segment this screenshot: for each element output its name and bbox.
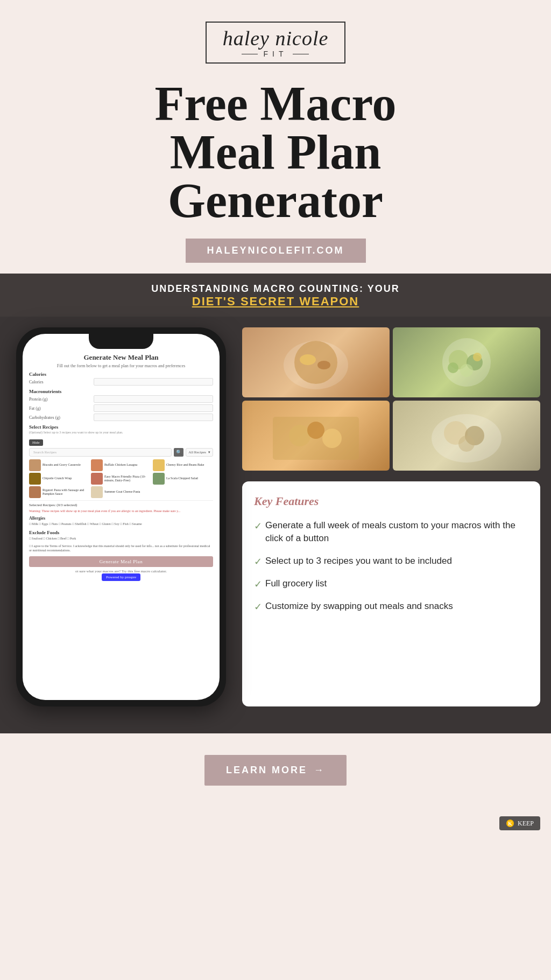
keep-badge: K KEEP	[499, 816, 540, 830]
recipes-optional-text: (Optional) Select up to 3 recipes you wa…	[29, 431, 213, 434]
list-item[interactable]: La Scala Chopped Salad	[153, 473, 213, 485]
recipes-section-label: Select Recipes	[29, 424, 213, 430]
recipe-thumb	[29, 486, 41, 498]
key-features-title: Key Features	[254, 494, 528, 508]
logo-fit: FIT	[223, 50, 329, 58]
hide-button[interactable]: Hide	[29, 439, 43, 446]
carbs-input[interactable]	[94, 414, 213, 421]
search-row: Search Recipes 🔍 All Recipes ▾	[29, 448, 213, 457]
phone-page-title: Generate New Meal Plan	[29, 349, 213, 363]
list-item[interactable]: Rigatori Pasta with Sausage and Pumpkin …	[29, 486, 89, 498]
phone-subtitle: Fill out the form below to get a meal pl…	[29, 363, 213, 368]
carbs-row: Carbohydrates (g)	[29, 414, 213, 421]
recipe-thumb	[91, 473, 103, 485]
list-item[interactable]: Buffalo Chicken Lasagna	[91, 459, 151, 471]
warning-text: Warning: These recipes will show up in y…	[29, 509, 213, 514]
fat-row: Fat (g)	[29, 404, 213, 412]
svg-point-8	[460, 364, 473, 377]
check-icon-4: ✓	[254, 601, 262, 613]
fat-label: Fat (g)	[29, 406, 94, 411]
svg-point-2	[300, 354, 316, 365]
recipe-name: Buffalo Chicken Lasagna	[104, 463, 137, 467]
recipe-name: Summer Goat Cheese Pasta	[104, 490, 140, 494]
svg-point-3	[317, 361, 330, 369]
phone-mockup: Generate New Meal Plan Fill out the form…	[16, 327, 226, 706]
main-title: Free Macro Meal Plan Generator	[11, 80, 540, 225]
feature-item-2: ✓ Select up to 3 recipes you want to be …	[254, 555, 528, 568]
list-item[interactable]: Easy Macro Friendly Pizza (10-minute, Da…	[91, 473, 151, 485]
tos-text[interactable]: □ I agree to the Terms of Service. I ack…	[29, 544, 213, 553]
exclude-checkboxes[interactable]: □ Seafood □ Chicken □ Beef □ Pork	[29, 536, 213, 542]
calories-field-label: Calories	[29, 380, 94, 384]
check-icon-1: ✓	[254, 520, 262, 532]
recipe-thumb	[91, 459, 103, 471]
food-photos-grid	[242, 327, 540, 471]
calories-input[interactable]	[94, 378, 213, 386]
recipe-grid: Biscuits and Gravy Casserole Buffalo Chi…	[29, 459, 213, 498]
key-features-card: Key Features ✓ Generate a full week of m…	[242, 481, 540, 706]
feature-text-4: Customize by swapping out meals and snac…	[265, 600, 453, 613]
exclude-label: Exclude Foods	[29, 530, 213, 535]
macro-calc-link[interactable]: ot sure what your macros are? Try this f…	[29, 569, 213, 573]
list-item[interactable]: Chipotle Crunch Wrap	[29, 473, 89, 485]
svg-point-10	[473, 353, 482, 361]
search-input[interactable]: Search Recipes	[29, 448, 172, 457]
food-photo-3	[242, 401, 390, 471]
feature-text-2: Select up to 3 recipes you want to be in…	[265, 555, 452, 568]
dark-banner: UNDERSTANDING MACRO COUNTING: YOUR DIET'…	[0, 274, 551, 317]
svg-point-13	[307, 422, 324, 439]
fat-input[interactable]	[94, 404, 213, 412]
feature-item-1: ✓ Generate a full week of meals custom t…	[254, 519, 528, 545]
learn-more-label: LEARN MORE	[226, 765, 307, 776]
check-icon-3: ✓	[254, 578, 262, 590]
svg-point-1	[294, 341, 337, 384]
svg-text:K: K	[508, 821, 512, 827]
calories-row: Calories	[29, 378, 213, 386]
svg-point-9	[448, 362, 458, 373]
recipe-name: La Scala Chopped Salad	[166, 477, 198, 480]
svg-point-18	[458, 436, 475, 452]
right-side: Key Features ✓ Generate a full week of m…	[237, 317, 551, 717]
feature-item-4: ✓ Customize by swapping out meals and sn…	[254, 600, 528, 613]
logo-box: haley nicole FIT	[206, 22, 346, 64]
food-photo-1	[242, 327, 390, 397]
list-item[interactable]: Summer Goat Cheese Pasta	[91, 486, 151, 498]
phone-screen: Generate New Meal Plan Fill out the form…	[23, 334, 220, 700]
carbs-label: Carbohydrates (g)	[29, 415, 94, 420]
logo-script: haley nicole	[223, 28, 329, 48]
learn-more-button[interactable]: LEARN MORE →	[204, 755, 347, 786]
feature-text-3: Full grocery list	[265, 577, 327, 590]
allergies-label: Allergies	[29, 516, 213, 521]
keep-icon: K	[506, 819, 514, 828]
feature-item-3: ✓ Full grocery list	[254, 577, 528, 590]
recipe-name: Cheesy Rice and Beans Bake	[166, 463, 204, 467]
learn-more-wrapper: LEARN MORE →	[22, 755, 529, 786]
svg-point-12	[289, 425, 310, 446]
phone-container: Generate New Meal Plan Fill out the form…	[0, 317, 237, 717]
allergies-checkboxes[interactable]: □ Milk □ Eggs □ Nuts □ Peanuts □ Shellfi…	[29, 522, 213, 527]
header-section: haley nicole FIT Free Macro Meal Plan Ge…	[0, 0, 551, 274]
arrow-icon: →	[314, 765, 325, 776]
recipe-thumb	[91, 486, 103, 498]
recipe-thumb	[153, 473, 165, 485]
recipe-name: Biscuits and Gravy Casserole	[43, 463, 81, 467]
recipe-thumb	[29, 473, 41, 485]
middle-section: Generate New Meal Plan Fill out the form…	[0, 317, 551, 733]
protein-input[interactable]	[94, 395, 213, 403]
generate-meal-plan-button[interactable]: Generate Meal Plan	[29, 556, 213, 567]
recipe-thumb	[29, 459, 41, 471]
banner-line2: DIET'S SECRET WEAPON	[22, 295, 529, 309]
protein-row: Protein (g)	[29, 395, 213, 403]
recipes-dropdown[interactable]: All Recipes ▾	[186, 448, 213, 457]
calories-label: Calories	[29, 372, 213, 377]
search-button[interactable]: 🔍	[174, 448, 183, 457]
recipe-name: Rigatori Pasta with Sausage and Pumpkin …	[43, 488, 89, 496]
recipe-name: Easy Macro Friendly Pizza (10-minute, Da…	[104, 475, 151, 482]
macros-label: Macronutrients	[29, 389, 213, 394]
website-badge: HALEYNICOLEFIT.COM	[186, 239, 366, 263]
banner-line1: UNDERSTANDING MACRO COUNTING: YOUR	[22, 283, 529, 295]
keep-label: KEEP	[518, 820, 534, 828]
list-item[interactable]: Biscuits and Gravy Casserole	[29, 459, 89, 471]
phone-notch	[89, 334, 153, 349]
list-item[interactable]: Cheesy Rice and Beans Bake	[153, 459, 213, 471]
